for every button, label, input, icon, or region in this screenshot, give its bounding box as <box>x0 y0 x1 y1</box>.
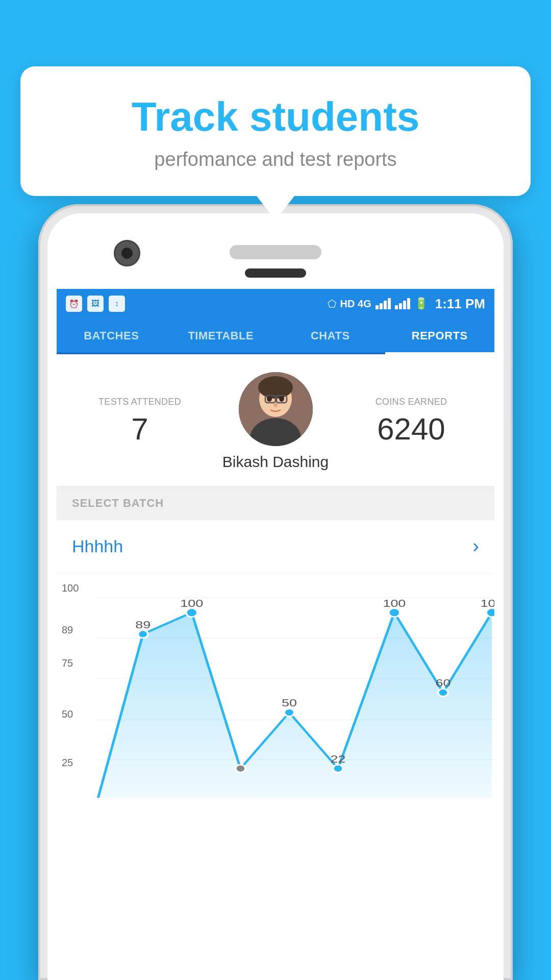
svg-text:89: 89 <box>135 619 151 630</box>
svg-text:50: 50 <box>282 697 297 708</box>
svg-point-8 <box>273 402 278 407</box>
chart-svg: 100 89 50 22 100 60 100 <box>57 583 494 798</box>
app-icon-2: 🖼 <box>87 296 104 312</box>
camera-lens <box>114 240 140 266</box>
tests-attended-value: 7 <box>72 411 208 447</box>
signal-bars-2 <box>395 298 410 309</box>
y-label-89: 89 <box>62 624 73 636</box>
status-time: 1:11 PM <box>435 296 485 312</box>
speaker-grille <box>230 245 321 259</box>
tests-attended-block: TESTS ATTENDED 7 <box>72 397 208 447</box>
nav-tabs: BATCHES TIMETABLE CHATS REPORTS <box>57 318 494 354</box>
screen: ⏰ 🖼 ↕ ⬠ HD 4G <box>57 289 494 980</box>
phone-inner: ⏰ 🖼 ↕ ⬠ HD 4G <box>47 213 504 980</box>
tests-attended-label: TESTS ATTENDED <box>72 397 208 407</box>
point-22-2 <box>236 765 246 772</box>
coins-earned-value: 6240 <box>343 411 479 447</box>
app-icon-1: ⏰ <box>66 296 82 312</box>
svg-text:60: 60 <box>435 677 450 689</box>
point-22 <box>333 765 343 772</box>
svg-text:100: 100 <box>180 597 203 609</box>
tooltip-title: Track students <box>51 94 500 139</box>
point-100-2 <box>389 608 400 617</box>
y-label-50: 50 <box>62 708 73 720</box>
svg-point-2 <box>258 376 293 399</box>
phone-frame: ⏰ 🖼 ↕ ⬠ HD 4G <box>38 204 513 980</box>
student-stats: TESTS ATTENDED 7 <box>57 354 494 486</box>
student-name: Bikash Dashing <box>222 453 329 471</box>
svg-text:100: 100 <box>481 597 494 609</box>
chevron-right-icon: › <box>472 535 479 557</box>
power-button <box>512 316 513 352</box>
y-label-25: 25 <box>62 757 73 769</box>
point-89 <box>138 630 148 638</box>
chart-area: 100 89 75 50 25 <box>57 573 494 798</box>
y-label-100-top: 100 <box>62 582 79 594</box>
svg-point-4 <box>279 396 284 402</box>
signal-bars-1 <box>375 298 391 309</box>
bluetooth-icon: ⬠ <box>328 298 336 310</box>
tooltip-subtitle: perfomance and test reports <box>51 149 500 170</box>
battery-icon: 🔋 <box>414 297 428 310</box>
batch-item[interactable]: Hhhhh › <box>57 520 494 573</box>
status-icons-left: ⏰ 🖼 ↕ <box>66 296 125 312</box>
status-icons-right: ⬠ HD 4G 🔋 1:11 PM <box>328 296 485 312</box>
coins-earned-label: COINS EARNED <box>343 397 479 407</box>
select-batch-header: SELECT BATCH <box>57 486 494 520</box>
svg-text:22: 22 <box>331 753 346 765</box>
batch-name: Hhhhh <box>72 536 123 556</box>
tab-chats[interactable]: CHATS <box>276 318 385 353</box>
tab-batches[interactable]: BATCHES <box>57 318 166 353</box>
select-batch-label: SELECT BATCH <box>72 497 479 510</box>
student-avatar-section: Bikash Dashing <box>208 372 343 471</box>
network-label: HD 4G <box>340 298 371 310</box>
volume-button <box>512 368 513 419</box>
app-icon-3: ↕ <box>109 296 125 312</box>
point-50 <box>284 708 294 716</box>
svg-text:100: 100 <box>383 597 406 609</box>
point-100-1 <box>186 608 197 617</box>
coins-earned-block: COINS EARNED 6240 <box>343 397 479 447</box>
earpiece <box>245 268 306 278</box>
tooltip-card: Track students perfomance and test repor… <box>20 66 531 196</box>
tab-reports[interactable]: REPORTS <box>385 318 495 353</box>
svg-point-3 <box>267 396 272 402</box>
tab-timetable[interactable]: TIMETABLE <box>166 318 276 353</box>
y-label-75: 75 <box>62 657 73 669</box>
point-100-3 <box>486 608 494 617</box>
avatar <box>239 372 313 446</box>
status-bar: ⏰ 🖼 ↕ ⬠ HD 4G <box>57 289 494 318</box>
point-60 <box>438 689 448 696</box>
